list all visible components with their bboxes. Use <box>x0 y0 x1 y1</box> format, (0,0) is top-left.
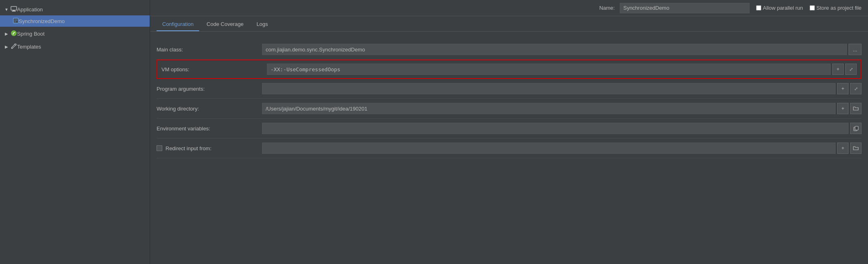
environment-variables-input-container <box>262 123 862 134</box>
working-directory-input[interactable] <box>262 103 836 114</box>
sidebar-item-templates-label: Templates <box>17 44 41 50</box>
redirect-input-plus-button[interactable]: + <box>837 143 849 154</box>
program-arguments-expand-button[interactable]: ⤢ <box>850 83 862 94</box>
svg-rect-1 <box>13 10 15 11</box>
file-icon <box>13 18 19 25</box>
vm-options-input-container: + ⤢ <box>267 64 857 75</box>
main-class-label: Main class: <box>157 47 262 53</box>
working-directory-input-container: + <box>262 103 862 114</box>
content-area: Main class: ... VM options: + ⤢ Program … <box>150 32 868 264</box>
tab-logs[interactable]: Logs <box>251 19 273 31</box>
sidebar-item-application-label: Application <box>17 6 43 13</box>
program-arguments-row: Program arguments: + ⤢ <box>157 79 862 99</box>
program-arguments-input-container: + ⤢ <box>262 83 862 94</box>
working-directory-row: Working directory: + <box>157 99 862 119</box>
redirect-input-checkbox[interactable] <box>157 145 162 151</box>
vm-options-expand-button[interactable]: ⤢ <box>845 64 857 75</box>
program-arguments-label: Program arguments: <box>157 86 262 92</box>
arrow-right-icon-spring: ▶ <box>3 30 10 37</box>
wrench-icon <box>11 43 17 51</box>
sidebar: ▼ Application Synchroni <box>0 0 150 264</box>
tabs-bar: Configuration Code Coverage Logs <box>150 16 868 32</box>
environment-variables-label: Environment variables: <box>157 126 262 132</box>
monitor-icon <box>11 6 17 13</box>
redirect-input-label-container: Redirect input from: <box>157 145 262 151</box>
svg-line-9 <box>15 44 16 45</box>
redirect-input-folder-button[interactable] <box>850 143 862 154</box>
redirect-input-label: Redirect input from: <box>165 145 211 151</box>
vm-options-plus-button[interactable]: + <box>832 64 844 75</box>
redirect-input-input[interactable] <box>262 143 836 154</box>
top-bar-checkboxes: Allow parallel run Store as project file <box>756 5 862 11</box>
main-class-input[interactable] <box>262 44 847 55</box>
main-class-input-container: ... <box>262 44 862 55</box>
name-label: Name: <box>599 5 614 11</box>
vm-options-label: VM options: <box>161 66 267 72</box>
redirect-input-row: Redirect input from: + <box>157 138 862 158</box>
svg-point-8 <box>12 47 13 48</box>
program-arguments-input[interactable] <box>262 83 836 94</box>
sidebar-item-synchronized-demo[interactable]: SynchronizedDemo <box>0 15 150 27</box>
working-directory-plus-button[interactable]: + <box>837 103 849 114</box>
vm-options-row: VM options: + ⤢ <box>157 60 862 79</box>
svg-rect-11 <box>855 126 858 130</box>
environment-variables-row: Environment variables: <box>157 119 862 138</box>
tab-configuration[interactable]: Configuration <box>157 19 199 31</box>
sidebar-item-templates[interactable]: ▶ Templates <box>0 40 150 53</box>
sidebar-group-application: ▼ Application Synchroni <box>0 3 150 27</box>
spring-icon <box>11 30 17 38</box>
environment-variables-copy-button[interactable] <box>850 123 862 134</box>
allow-parallel-run-checkbox[interactable] <box>756 5 761 11</box>
top-bar: Name: Allow parallel run Store as projec… <box>150 0 868 16</box>
name-input[interactable] <box>620 3 750 13</box>
svg-rect-0 <box>11 6 17 10</box>
main-panel: Name: Allow parallel run Store as projec… <box>150 0 868 264</box>
sidebar-item-synchronized-demo-label: SynchronizedDemo <box>19 18 64 24</box>
arrow-right-icon-templates: ▶ <box>3 43 10 50</box>
redirect-input-input-container: + <box>262 143 862 154</box>
program-arguments-plus-button[interactable]: + <box>837 83 849 94</box>
svg-rect-2 <box>12 11 16 12</box>
working-directory-folder-button[interactable] <box>850 103 862 114</box>
store-as-project-file-checkbox[interactable] <box>810 5 815 11</box>
arrow-down-icon: ▼ <box>3 6 10 13</box>
main-class-ellipsis-button[interactable]: ... <box>849 44 862 55</box>
sidebar-group-spring-boot: ▶ Spring Boot <box>0 28 150 40</box>
store-as-project-file-label[interactable]: Store as project file <box>810 5 862 11</box>
tab-code-coverage[interactable]: Code Coverage <box>201 19 249 31</box>
allow-parallel-run-label[interactable]: Allow parallel run <box>756 5 803 11</box>
working-directory-label: Working directory: <box>157 106 262 112</box>
sidebar-item-spring-boot[interactable]: ▶ Spring Boot <box>0 28 150 40</box>
sidebar-group-templates: ▶ Templates <box>0 40 150 53</box>
sidebar-item-spring-boot-label: Spring Boot <box>17 31 45 37</box>
sidebar-item-application[interactable]: ▼ Application <box>0 3 150 15</box>
main-class-row: Main class: ... <box>157 40 862 60</box>
environment-variables-input[interactable] <box>262 123 849 134</box>
vm-options-input[interactable] <box>267 64 831 75</box>
